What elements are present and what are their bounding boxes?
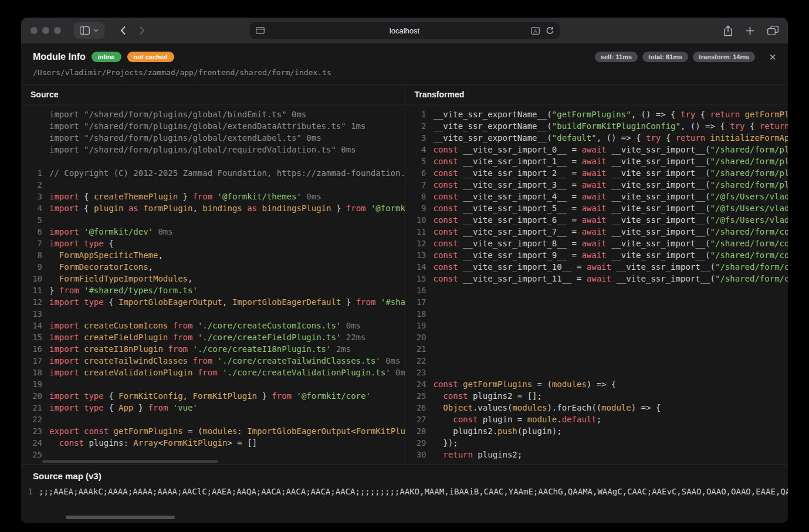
code-text: export const getFormPlugins = (modules: … — [49, 425, 405, 437]
code-line: 24const getFormPlugins = (modules) => { — [405, 378, 788, 390]
code-line: 6import '@formkit/dev' 0ms — [21, 226, 405, 238]
minimize-window-button[interactable] — [42, 27, 49, 34]
line-number: 13 — [405, 249, 426, 261]
code-text — [434, 296, 788, 308]
share-button[interactable] — [723, 25, 733, 36]
code-line: 23 — [405, 367, 788, 378]
line-number: 4 — [21, 202, 42, 214]
share-icon — [723, 25, 733, 36]
code-line: 19 — [405, 320, 788, 331]
line-number: 17 — [405, 296, 426, 308]
line-number: 20 — [21, 390, 42, 402]
code-text: const __vite_ssr_import_4__ = await __vi… — [434, 191, 788, 202]
module-path: /Users/vladimir/Projects/zammad/app/fron… — [33, 68, 776, 77]
code-text: FormDecoratorIcons, — [49, 261, 405, 273]
line-number: 10 — [405, 214, 426, 226]
code-text: import type { ImportGlobEagerOutput, Imp… — [49, 296, 405, 308]
code-panels: Source import "/shared/form/plugins/glob… — [21, 84, 788, 465]
not-cached-badge: not cached — [127, 52, 174, 62]
traffic-lights — [31, 27, 61, 34]
close-icon: × — [769, 50, 776, 63]
code-line: 17import createTailwindClasses from './c… — [21, 355, 405, 367]
sourcemap-horizontal-scrollbar[interactable] — [66, 516, 175, 519]
line-number: 7 — [405, 179, 426, 191]
tab-overview-button[interactable] — [767, 26, 778, 35]
code-text: const __vite_ssr_import_2__ = await __vi… — [434, 167, 788, 179]
code-line: 14import createCustomIcons from './core/… — [21, 320, 405, 331]
address-bar[interactable]: localhost A — [250, 22, 560, 39]
code-line: 5const __vite_ssr_import_1__ = await __v… — [405, 155, 788, 167]
code-line: import "/shared/form/plugins/global/exte… — [21, 132, 405, 144]
code-text: import { createThemePlugin } from '@form… — [49, 191, 405, 202]
code-text — [434, 355, 788, 367]
code-line: 27 const plugin = module.default; — [405, 414, 788, 425]
code-text — [49, 414, 405, 425]
line-number: 21 — [21, 402, 42, 414]
line-number: 11 — [21, 284, 42, 296]
code-line: 4import { plugin as formPlugin, bindings… — [21, 202, 405, 214]
code-text: const __vite_ssr_import_1__ = await __vi… — [434, 155, 788, 167]
module-info-header: Module Info inline not cached self: 11ms… — [21, 43, 788, 84]
line-number: 25 — [21, 449, 42, 460]
code-line: 12const __vite_ssr_import_8__ = await __… — [405, 238, 788, 249]
line-number: 13 — [21, 308, 42, 320]
code-line: 22 — [405, 355, 788, 367]
code-text: import createTailwindClasses from './cor… — [49, 355, 405, 367]
sourcemap-title: Source map (v3) — [21, 465, 788, 486]
back-button[interactable] — [114, 22, 133, 39]
line-number: 16 — [405, 284, 426, 296]
transformed-code[interactable]: 1__vite_ssr_exportName__("getFormPlugins… — [405, 104, 788, 465]
code-text: const __vite_ssr_import_3__ = await __vi… — [434, 179, 788, 191]
line-number: 26 — [405, 402, 426, 414]
code-line: 29 }); — [405, 437, 788, 449]
code-text: import createValidationPlugin from './co… — [49, 367, 405, 378]
code-line: 1;;;AAEA;AAAkC;AAAA;AAAA;AAAA;AAClC;AAEA… — [21, 486, 788, 497]
code-text: __vite_ssr_exportName__("getFormPlugins"… — [434, 109, 788, 120]
browser-window: localhost A — [21, 18, 788, 523]
reload-icon[interactable] — [546, 26, 554, 35]
code-line: 9const __vite_ssr_import_5__ = await __v… — [405, 202, 788, 214]
close-window-button[interactable] — [31, 27, 38, 34]
code-line: 9 FormDecoratorIcons, — [21, 261, 405, 273]
line-number: 11 — [405, 226, 426, 238]
code-line: 5 — [21, 214, 405, 226]
code-line: import "/shared/form/plugins/global/bind… — [21, 109, 405, 120]
source-horizontal-scrollbar[interactable] — [42, 460, 218, 463]
zoom-window-button[interactable] — [54, 27, 61, 34]
close-button[interactable]: × — [769, 51, 776, 63]
code-line: 15import createFieldPlugin from './core/… — [21, 331, 405, 343]
code-line: 1__vite_ssr_exportName__("getFormPlugins… — [405, 109, 788, 120]
line-number: 23 — [21, 425, 42, 437]
line-number: 2 — [21, 179, 42, 191]
code-text: }); — [434, 437, 788, 449]
code-line: import "/shared/form/plugins/global/exte… — [21, 120, 405, 132]
code-text — [434, 308, 788, 320]
forward-button[interactable] — [133, 22, 151, 39]
code-text: const __vite_ssr_import_0__ = await __vi… — [434, 144, 788, 155]
code-text — [434, 320, 788, 331]
code-line: 8 FormAppSpecificTheme, — [21, 249, 405, 261]
code-line: 21import type { App } from 'vue' — [21, 402, 405, 414]
line-number: 27 — [405, 414, 426, 425]
sidebar-toggle-button[interactable] — [74, 22, 104, 39]
code-text: const getFormPlugins = (modules) => { — [434, 378, 788, 390]
line-number — [21, 144, 42, 155]
line-number: 1 — [21, 167, 42, 179]
code-text: __vite_ssr_exportName__("buildFormKitPlu… — [434, 120, 788, 132]
code-line: 20import type { FormKitConfig, FormKitPl… — [21, 390, 405, 402]
code-text: import createI18nPlugin from './core/cre… — [49, 343, 405, 355]
code-text: const __vite_ssr_import_8__ = await __vi… — [434, 238, 788, 249]
code-line: 20 — [405, 331, 788, 343]
translate-icon[interactable]: A — [531, 27, 540, 35]
code-line: 22 — [21, 414, 405, 425]
line-number — [21, 120, 42, 132]
new-tab-button[interactable] — [746, 26, 754, 35]
code-text: return plugins2; — [434, 449, 788, 460]
line-number: 14 — [405, 261, 426, 273]
code-text — [434, 331, 788, 343]
line-number: 1 — [21, 486, 33, 497]
source-code[interactable]: import "/shared/form/plugins/global/bind… — [21, 104, 405, 465]
sourcemap-code[interactable]: 1;;;AAEA;AAAkC;AAAA;AAAA;AAAA;AAClC;AAEA… — [21, 486, 788, 497]
chevron-down-icon — [93, 29, 99, 32]
code-line: 17 — [405, 296, 788, 308]
